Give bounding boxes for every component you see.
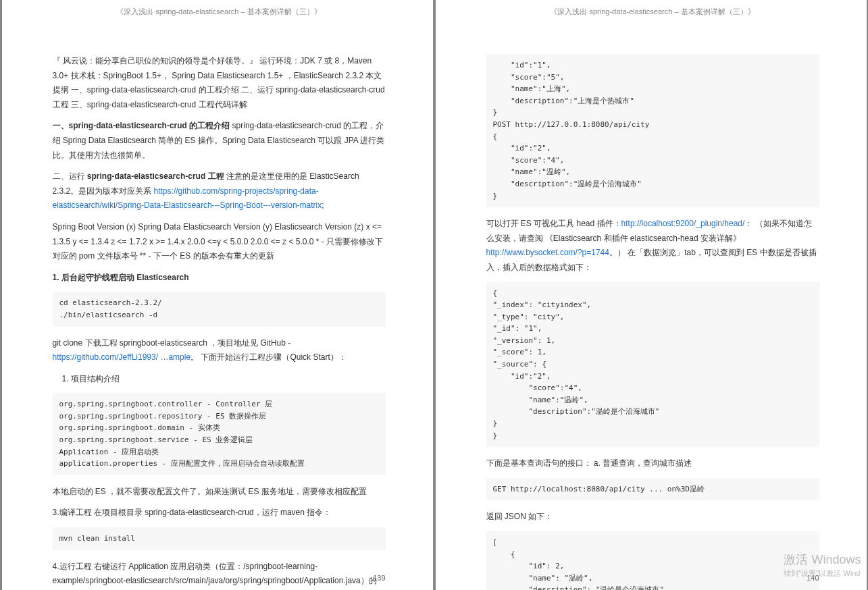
page-number: 139 [373, 574, 385, 582]
code-block: { "_index": "cityindex", "_type": "city"… [486, 282, 819, 448]
code-block: org.spring.springboot.controller - Contr… [53, 393, 386, 475]
page-number: 140 [807, 574, 819, 582]
text: 。 下面开始运行工程步骤（Quick Start）： [190, 352, 347, 362]
page-header-left: 《深入浅出 spring-data-elasticsearch – 基本案例详解… [53, 7, 386, 17]
code-block: [ { "id": 2, "name": "温岭", "description"… [486, 531, 819, 590]
page-spread: 《深入浅出 spring-data-elasticsearch – 基本案例详解… [2, 0, 867, 590]
link[interactable]: https://github.com/JeffLi1993/ …ample [53, 352, 191, 362]
page-right: 《深入浅出 spring-data-elasticsearch – 基本案例详解… [436, 0, 867, 590]
content-left: 『 风云说：能分享自己职位的知识的领导是个好领导。』 运行环境：JDK 7 或 … [53, 54, 386, 590]
content-right: "id":"1", "score":"5", "name":"上海", "des… [486, 54, 819, 590]
code-block: mvn clean install [53, 527, 386, 550]
paragraph: 『 风云说：能分享自己职位的知识的领导是个好领导。』 运行环境：JDK 7 或 … [53, 54, 386, 112]
text: 可以打开 ES 可视化工具 head 插件： [486, 219, 621, 228]
code-block: cd elasticsearch-2.3.2/ ./bin/elasticsea… [53, 292, 386, 326]
paragraph: git clone 下载工程 springboot-elasticsearch … [53, 336, 386, 365]
page-header-right: 《深入浅出 spring-data-elasticsearch – 基本案例详解… [486, 7, 819, 17]
paragraph: 下面是基本查询语句的接口： a. 普通查询，查询城市描述 [486, 456, 819, 471]
paragraph: 二、运行 spring-data-elasticsearch-crud 工程 注… [53, 169, 386, 213]
code-block: GET http://localhost:8080/api/city ... o… [486, 478, 819, 501]
text: 二、运行 [53, 171, 87, 181]
text: ; [322, 200, 324, 210]
text: git clone 下载工程 springboot-elasticsearch … [53, 338, 291, 348]
code-block: "id":"1", "score":"5", "name":"上海", "des… [486, 54, 819, 207]
page-left: 《深入浅出 spring-data-elasticsearch – 基本案例详解… [2, 0, 433, 590]
bold: 一、spring-data-elasticsearch-crud 的工程介绍 [53, 121, 230, 130]
paragraph: 一、spring-data-elasticsearch-crud 的工程介绍 s… [53, 119, 386, 163]
paragraph: 返回 JSON 如下： [486, 510, 819, 525]
section-heading: 1. 后台起守护线程启动 Elasticsearch [53, 271, 386, 286]
paragraph: 3.编译工程 在项目根目录 spring-data-elasticsearch-… [53, 506, 386, 520]
link[interactable]: http://www.bysocket.com/?p=1744 [486, 248, 609, 257]
bold: spring-data-elasticsearch-crud 工程 [87, 171, 224, 181]
paragraph: 本地启动的 ES ，就不需要改配置文件了。如果连测试 ES 服务地址，需要修改相… [53, 485, 386, 500]
paragraph: 4.运行工程 右键运行 Application 应用启动类（位置：/spring… [53, 560, 386, 590]
paragraph: Spring Boot Version (x) Spring Data Elas… [53, 220, 386, 264]
list-item: 1. 项目结构介绍 [53, 372, 386, 387]
link[interactable]: http://localhost:9200/_plugin/head/ [621, 219, 745, 228]
paragraph: 可以打开 ES 可视化工具 head 插件：http://localhost:9… [486, 217, 819, 275]
